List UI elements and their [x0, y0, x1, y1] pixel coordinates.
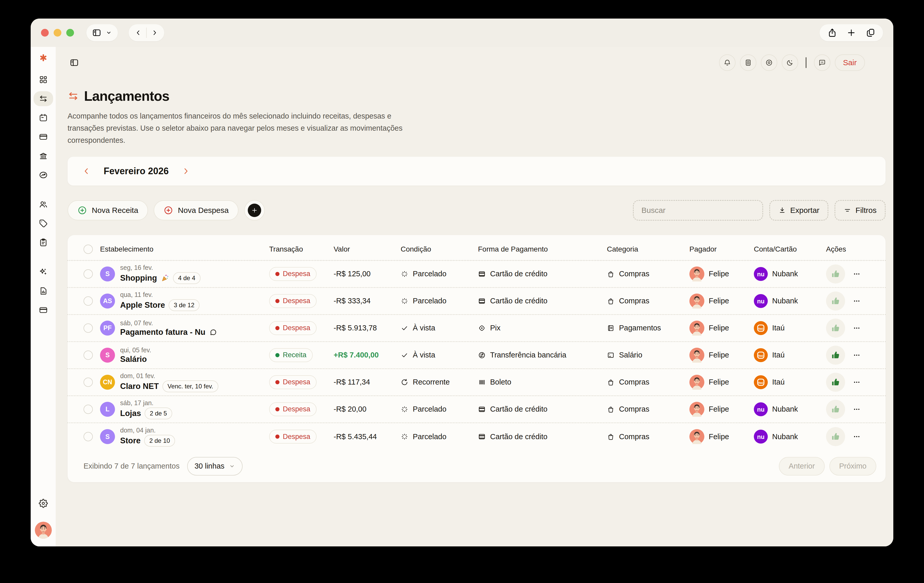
merchant-avatar: PF — [100, 321, 115, 336]
sidebar-item-clipboard[interactable] — [33, 235, 53, 250]
sidebar-item-tag[interactable] — [33, 216, 53, 231]
sidebar-item-credit-card[interactable] — [33, 129, 53, 144]
more-actions-button[interactable] — [853, 433, 861, 440]
share-button[interactable] — [827, 28, 837, 38]
notifications-button[interactable] — [719, 54, 736, 71]
toggle-browser-sidebar-button[interactable] — [92, 28, 101, 37]
confirm-transaction-button[interactable] — [826, 400, 845, 419]
establishment-cell: Sseg, 16 fev.Shopping4 de 4 — [100, 264, 269, 284]
sidebar-item-trend-circle[interactable] — [33, 168, 53, 183]
confirm-transaction-button[interactable] — [826, 346, 845, 365]
condition-cell: Parcelado — [401, 296, 478, 305]
more-actions-button[interactable] — [853, 297, 861, 305]
more-actions-button[interactable] — [853, 378, 861, 386]
next-page-button[interactable]: Próximo — [829, 457, 876, 476]
confirm-transaction-button[interactable] — [826, 373, 845, 392]
row-checkbox[interactable] — [84, 296, 93, 306]
nubank-logo-icon: nu — [754, 430, 768, 443]
export-label: Exportar — [790, 206, 819, 215]
table-row: Sdom, 04 jan.Store2 de 10Despesa-R$ 5.43… — [68, 423, 886, 450]
column-header: Categoria — [607, 245, 690, 254]
previous-month-button[interactable] — [81, 166, 91, 176]
sidebar-item-dashboard[interactable] — [33, 72, 53, 87]
establishment-cell: ASqua, 11 fev.Apple Store3 de 12 — [100, 291, 269, 311]
row-checkbox[interactable] — [84, 432, 93, 441]
more-actions-button[interactable] — [853, 324, 861, 332]
confirm-transaction-button[interactable] — [826, 427, 845, 446]
close-window-button[interactable] — [41, 29, 49, 36]
more-actions-button[interactable] — [853, 270, 861, 278]
sidebar-item-calendar[interactable] — [33, 110, 53, 125]
feedback-button[interactable] — [814, 54, 830, 71]
category-cell: Pagamentos — [607, 324, 690, 332]
dark-mode-button[interactable] — [782, 54, 798, 71]
transaction-type-cell: Despesa — [269, 375, 333, 389]
new-expense-button[interactable]: Nova Despesa — [153, 200, 238, 221]
select-all-checkbox[interactable] — [84, 245, 93, 254]
page-description: Acompanhe todos os lançamentos financeir… — [68, 110, 429, 147]
sidebar-item-sparkles[interactable] — [33, 264, 53, 279]
confirm-transaction-button[interactable] — [826, 292, 845, 311]
filters-button[interactable]: Filtros — [835, 200, 886, 221]
row-checkbox[interactable] — [84, 351, 93, 360]
comment-icon[interactable] — [209, 328, 218, 337]
transactions-table: Estabelecimento Transação Valor Condição… — [68, 235, 886, 482]
settings-button[interactable] — [33, 496, 53, 511]
shopping-bag-icon — [607, 297, 615, 305]
user-avatar[interactable] — [35, 522, 52, 539]
quick-add-button[interactable] — [244, 200, 265, 221]
previous-page-button[interactable]: Anterior — [779, 457, 825, 476]
results-summary: Exibindo 7 de 7 lançamentos — [84, 462, 180, 470]
merchant-name: Lojas — [120, 409, 141, 418]
establishment-cell: Lsáb, 17 jan.Lojas2 de 5 — [100, 399, 269, 419]
forward-button[interactable] — [151, 29, 158, 36]
export-button[interactable]: Exportar — [769, 200, 828, 221]
browser-sidebar-control — [86, 24, 118, 41]
transaction-type-cell: Receita — [269, 348, 333, 362]
transaction-value: -R$ 117,34 — [333, 378, 401, 386]
sidebar-item-report[interactable] — [33, 283, 53, 298]
month-label: Fevereiro 2026 — [104, 166, 168, 176]
category-cell: Compras — [607, 378, 690, 386]
more-actions-button[interactable] — [853, 351, 861, 359]
search-input[interactable] — [633, 200, 763, 221]
new-income-button[interactable]: Nova Receita — [68, 200, 148, 221]
toggle-app-sidebar-button[interactable] — [69, 58, 79, 67]
confirm-transaction-button[interactable] — [826, 319, 845, 338]
transaction-type-badge: Despesa — [269, 267, 317, 281]
more-actions-button[interactable] — [853, 405, 861, 413]
sidebar-item-transactions[interactable] — [33, 91, 53, 106]
confirm-transaction-button[interactable] — [826, 264, 845, 283]
back-button[interactable] — [134, 29, 142, 36]
new-tab-button[interactable] — [846, 28, 856, 38]
rows-per-page-select[interactable]: 30 linhas — [187, 457, 243, 476]
establishment-cell: CNdom, 01 fev.Claro NETVenc. ter, 10 fev… — [100, 372, 269, 392]
next-month-button[interactable] — [181, 166, 191, 176]
sidebar-item-credit-card[interactable] — [33, 303, 53, 318]
logout-button[interactable]: Sair — [835, 54, 865, 71]
itau-logo-icon: itaú — [754, 321, 768, 335]
row-checkbox[interactable] — [84, 377, 93, 387]
column-header: Transação — [269, 245, 333, 254]
actions-cell — [826, 264, 878, 283]
sidebar-item-users[interactable] — [33, 197, 53, 212]
transaction-date: dom, 01 fev. — [120, 372, 218, 380]
show-tabs-button[interactable] — [865, 28, 875, 38]
row-checkbox[interactable] — [84, 323, 93, 333]
divider — [146, 28, 147, 38]
row-checkbox[interactable] — [84, 269, 93, 278]
focus-mode-button[interactable] — [761, 54, 777, 71]
calculator-icon — [744, 59, 752, 66]
sidebar-item-bank[interactable] — [33, 148, 53, 163]
account-cell: itaúItaú — [754, 375, 826, 389]
chevron-left-icon — [81, 166, 91, 176]
app-header: Sair — [56, 47, 893, 78]
ellipsis-icon — [853, 378, 861, 386]
row-checkbox[interactable] — [84, 405, 93, 414]
sidebar-options-button[interactable] — [106, 30, 112, 36]
minimize-window-button[interactable] — [54, 29, 61, 36]
receipt-icon — [607, 324, 615, 332]
calculator-button[interactable] — [740, 54, 756, 71]
payer-cell: Felipe — [690, 347, 754, 362]
zoom-window-button[interactable] — [66, 29, 74, 36]
